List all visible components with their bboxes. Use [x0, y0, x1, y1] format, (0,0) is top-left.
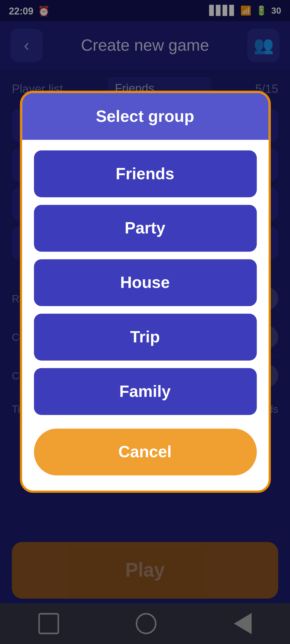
modal-header: Select group [22, 93, 268, 140]
group-party-button[interactable]: Party [34, 205, 256, 252]
group-friends-button[interactable]: Friends [34, 151, 256, 197]
group-trip-button[interactable]: Trip [34, 314, 256, 361]
cancel-button[interactable]: Cancel [34, 429, 256, 475]
modal-title: Select group [96, 107, 194, 125]
group-house-button[interactable]: House [34, 259, 256, 306]
select-group-modal: Select group Friends Party House Trip Fa… [20, 91, 270, 493]
modal-overlay: Select group Friends Party House Trip Fa… [0, 0, 290, 644]
group-family-button[interactable]: Family [34, 368, 256, 415]
modal-body: Friends Party House Trip Family Cancel [22, 140, 268, 491]
